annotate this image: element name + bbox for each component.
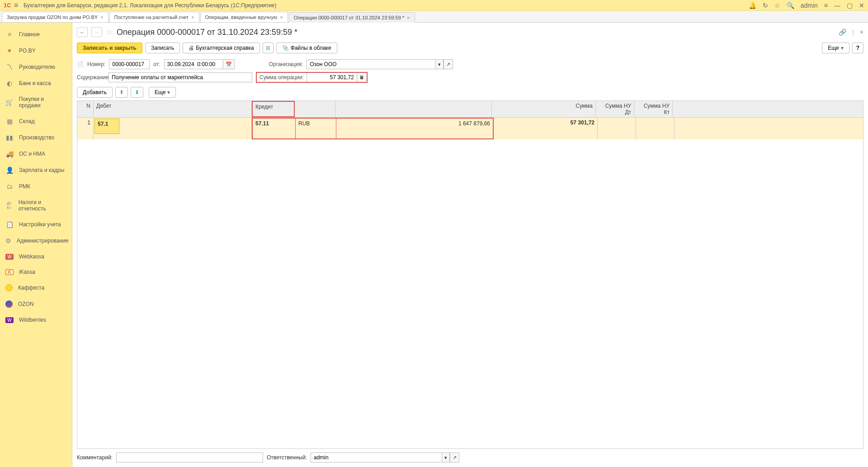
link-icon[interactable]: 🔗 [839, 29, 846, 36]
sidebar-item-assets[interactable]: 🚚ОС и НМА [0, 146, 72, 162]
date-input[interactable] [164, 59, 223, 69]
sidebar-item-settings[interactable]: 📋Настройки учета [0, 216, 72, 233]
responsible-input[interactable] [311, 453, 442, 462]
cell-cur-amount[interactable]: 1 647 879,66 [336, 119, 493, 138]
pos-icon: 🗂 [5, 183, 14, 190]
th-currency[interactable] [295, 101, 335, 117]
table-more-button[interactable]: Еще [149, 87, 176, 98]
tab-3[interactable]: Операция 0000-000017 от 31.10.2024 23:59… [289, 12, 415, 23]
nav-forward-button[interactable]: → [91, 27, 102, 37]
files-button[interactable]: 📎Файлы в облаке [276, 43, 337, 53]
more-button[interactable]: Еще [822, 43, 849, 53]
help-button[interactable]: ? [852, 43, 863, 53]
cell-currency[interactable]: RUB [296, 119, 336, 138]
calculator-icon[interactable]: 🖩 [357, 73, 367, 81]
th-credit[interactable]: Кредит [252, 101, 295, 117]
person-icon: 👤 [5, 167, 14, 174]
sidebar-item-main[interactable]: ≡Главное [0, 26, 72, 43]
star-icon[interactable]: ☆ [774, 2, 780, 9]
poby-icon: ✶ [5, 47, 14, 54]
sidebar-item-kaffesta[interactable]: Каффеста [0, 280, 72, 296]
table-row[interactable]: 1 57.1 57.11 RUB 1 647 879,66 57 301,72 [77, 118, 863, 139]
nav-back-button[interactable]: ← [77, 27, 88, 37]
close-icon[interactable]: × [100, 14, 103, 20]
tab-1[interactable]: Поступление на расчетный счет × [109, 12, 199, 22]
desc-input[interactable] [108, 72, 252, 82]
tabs-bar: Загрузка продаж OZON по дням PO.BY × Пос… [0, 11, 868, 23]
menu-icon[interactable]: ≡ [14, 1, 18, 10]
doc-type-icon[interactable]: 📄 [77, 61, 84, 67]
number-input[interactable] [109, 59, 150, 69]
tab-2[interactable]: Операции, введенные вручную × [200, 12, 288, 22]
sidebar-label: iKassa [19, 269, 35, 275]
th-debit[interactable]: Дебет [94, 101, 252, 117]
close-icon[interactable]: × [407, 15, 410, 20]
kebab-icon[interactable]: ⋮ [850, 29, 856, 36]
sidebar-item-sales[interactable]: 🛒Покупки и продажи [0, 91, 72, 113]
page-header: ← → ☆ Операция 0000-000017 от 31.10.2024… [77, 25, 863, 41]
cell-sum[interactable]: 57 301,72 [494, 118, 598, 139]
dropdown-icon[interactable]: ▾ [435, 59, 443, 69]
sidebar-item-poby[interactable]: ✶PO.BY [0, 43, 72, 59]
number-label: Номер: [87, 61, 105, 67]
close-icon[interactable]: × [191, 14, 194, 20]
sum-input[interactable] [307, 73, 357, 82]
bell-icon[interactable]: 🔔 [749, 2, 756, 9]
close-icon[interactable]: × [280, 14, 283, 20]
cell-nu-kt[interactable] [636, 118, 675, 139]
cell-n[interactable]: 1 [77, 118, 94, 139]
save-close-button[interactable]: Записать и закрыть [77, 43, 142, 53]
sidebar-item-admin[interactable]: ⚙Администрирование [0, 233, 72, 249]
move-down-button[interactable]: ⬇ [131, 87, 143, 98]
sidebar-item-bank[interactable]: ◐Банк и касса [0, 75, 72, 91]
btn-label: Файлы в облаке [291, 45, 331, 51]
cell-debit[interactable]: 57.1 [94, 118, 252, 139]
add-row-button[interactable]: Добавить [77, 87, 113, 98]
tree-button[interactable]: ⊞ [263, 43, 274, 53]
entries-table: N Дебет Кредит Сумма Сумма НУ Дт Сумма Н… [77, 100, 863, 449]
save-button[interactable]: Записать [145, 43, 180, 53]
title-bar: 1C ≡ Бухгалтерия для Беларуси, редакция … [0, 0, 868, 11]
sum-label: Сумма операции: [257, 73, 307, 82]
app-title: Бухгалтерия для Беларуси, редакция 2.1. … [24, 2, 749, 9]
sidebar-item-webkassa[interactable]: WWebkassa [0, 249, 72, 264]
th-nu-dt[interactable]: Сумма НУ Дт [596, 101, 634, 117]
sidebar-item-wildberries[interactable]: WWildberries [0, 312, 72, 328]
main-toolbar: Записать и закрыть Записать 🖨Бухгалтерск… [77, 41, 863, 58]
th-n[interactable]: N [77, 101, 94, 117]
sidebar-item-taxes[interactable]: ДтKтНалоги и отчетность [0, 195, 72, 216]
open-org-icon[interactable]: ↗ [443, 59, 453, 69]
sidebar-item-ozon[interactable]: OZON [0, 296, 72, 312]
dropdown-icon[interactable]: ▾ [442, 453, 450, 462]
user-label[interactable]: admin [801, 2, 818, 9]
sidebar-item-rmk[interactable]: 🗂РМК [0, 178, 72, 195]
calendar-icon[interactable]: 📅 [223, 59, 235, 69]
account-reference-button[interactable]: 🖨Бухгалтерская справка [183, 43, 260, 53]
move-up-button[interactable]: ⬆ [115, 87, 128, 98]
comment-input[interactable] [116, 453, 263, 462]
sidebar-label: Администрирование [17, 238, 68, 244]
tab-0[interactable]: Загрузка продаж OZON по дням PO.BY × [2, 12, 108, 22]
sidebar-label: Налоги и отчетность [19, 199, 66, 212]
org-input[interactable] [307, 59, 435, 69]
minimize-icon[interactable]: — [834, 2, 840, 9]
sidebar-item-ikassa[interactable]: KiKassa [0, 264, 72, 280]
sidebar-item-manager[interactable]: 〽Руководителю [0, 59, 72, 75]
th-nu-kt[interactable]: Сумма НУ Кт [634, 101, 673, 117]
history-icon[interactable]: ↻ [763, 2, 768, 9]
close-page-icon[interactable]: × [860, 29, 863, 36]
cell-nu-dt[interactable] [598, 118, 636, 139]
cell-credit[interactable]: 57.11 [253, 119, 296, 138]
favorite-star-icon[interactable]: ☆ [106, 27, 113, 37]
form-row-2: Содержание: Сумма операции: 🖩 [77, 71, 863, 84]
search-icon[interactable]: 🔍 [787, 2, 794, 9]
settings-icon[interactable]: ≡ [824, 2, 828, 9]
th-sum[interactable]: Сумма [492, 101, 596, 117]
close-window-icon[interactable]: ✕ [859, 2, 864, 9]
maximize-icon[interactable]: ▢ [847, 2, 853, 9]
sidebar-item-hr[interactable]: 👤Зарплата и кадры [0, 162, 72, 178]
open-responsible-icon[interactable]: ↗ [450, 453, 459, 462]
sidebar-item-production[interactable]: ▮▮Производство [0, 129, 72, 146]
th-cur-amount[interactable] [335, 101, 492, 117]
sidebar-item-warehouse[interactable]: ▦Склад [0, 113, 72, 129]
